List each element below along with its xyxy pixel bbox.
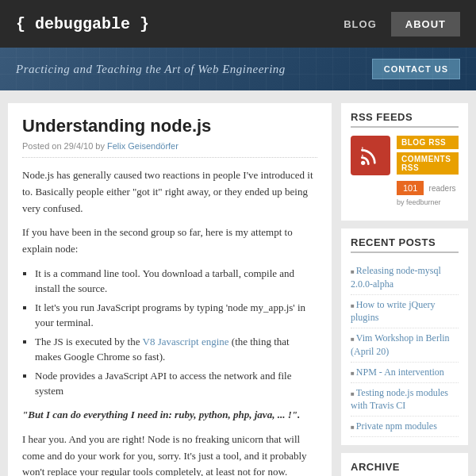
v8-link[interactable]: V8 Javascript engine <box>143 336 229 347</box>
rss-section: RSS Feeds BLOG RSS COMMENTS RSS 101 read… <box>341 103 468 221</box>
article-body: Node.js has generally caused two reactio… <box>22 167 317 476</box>
reader-count: 101 <box>397 181 424 195</box>
recent-post-link[interactable]: How to write jQuery plugins <box>351 299 436 324</box>
svg-point-0 <box>361 161 365 165</box>
list-item: How to write jQuery plugins <box>351 295 459 329</box>
quote1: "But I can do everything I need in: ruby… <box>22 407 317 424</box>
rss-title: RSS Feeds <box>351 111 459 128</box>
article-date: Posted on 29/4/10 by <box>22 141 105 151</box>
list-item: Private npm modules <box>351 416 459 437</box>
archive-section: Archive 443 Posts, 4608 Comments We are … <box>341 453 468 476</box>
recent-posts-title: Recent Posts <box>351 236 459 253</box>
list-item: Releasing node-mysql 2.0.0-alpha <box>351 261 459 295</box>
recent-post-link[interactable]: Releasing node-mysql 2.0.0-alpha <box>351 265 441 290</box>
nav-blog[interactable]: BLOG <box>329 12 391 36</box>
archive-title: Archive <box>351 461 459 476</box>
quote1-response: I hear you. And you are right! Node is n… <box>22 432 317 476</box>
sidebar: RSS Feeds BLOG RSS COMMENTS RSS 101 read… <box>341 103 468 476</box>
nav: BLOG ABOUT <box>329 12 460 36</box>
rss-links: BLOG RSS COMMENTS RSS 101 readers by fee… <box>397 136 459 206</box>
reader-label: readers <box>429 184 456 193</box>
blog-rss-link[interactable]: BLOG RSS <box>397 136 459 149</box>
feedburner-label: by feedburner <box>397 198 459 206</box>
comments-rss-link[interactable]: COMMENTS RSS <box>397 152 459 175</box>
list-item: Testing node.js modules with Travis CI <box>351 383 459 417</box>
banner: Practicing and Teaching the Art of Web E… <box>0 48 476 90</box>
article-author[interactable]: Felix Geisendörfer <box>107 141 178 151</box>
intro-paragraph: Node.js has generally caused two reactio… <box>22 167 317 217</box>
header: { debuggable } BLOG ABOUT <box>0 0 476 48</box>
nav-about[interactable]: ABOUT <box>391 12 460 36</box>
recent-post-link[interactable]: Private npm modules <box>356 420 437 432</box>
list-item: Node provides a JavaScript API to access… <box>35 368 317 399</box>
rss-area: BLOG RSS COMMENTS RSS 101 readers by fee… <box>351 136 459 206</box>
list-item: It is a command line tool. You download … <box>35 266 317 297</box>
rss-icon <box>351 136 390 175</box>
bullet-list: It is a command line tool. You download … <box>35 266 317 399</box>
content-area: Understanding node.js Posted on 29/4/10 … <box>8 103 332 476</box>
list-item: Vim Workshop in Berlin (April 20) <box>351 328 459 363</box>
main-wrapper: Understanding node.js Posted on 29/4/10 … <box>0 90 476 476</box>
list-item: It let's you run JavaScript programs by … <box>35 300 317 331</box>
contact-button[interactable]: CONTACT US <box>372 59 460 79</box>
list-item: NPM - An intervention <box>351 363 459 383</box>
article-meta: Posted on 29/4/10 by Felix Geisendörfer <box>22 141 317 158</box>
banner-tagline: Practicing and Teaching the Art of Web E… <box>16 63 286 76</box>
second-paragraph: If you have been in the second group so … <box>22 225 317 258</box>
logo[interactable]: { debuggable } <box>16 15 149 33</box>
recent-posts-list: Releasing node-mysql 2.0.0-alpha How to … <box>351 261 459 437</box>
recent-posts-section: Recent Posts Releasing node-mysql 2.0.0-… <box>341 228 468 445</box>
article-title: Understanding node.js <box>22 116 317 136</box>
recent-post-link[interactable]: Vim Workshop in Berlin (April 20) <box>351 332 450 357</box>
recent-post-link[interactable]: Testing node.js modules with Travis CI <box>351 387 448 412</box>
recent-post-link[interactable]: NPM - An intervention <box>356 367 444 378</box>
list-item: The JS is executed by the V8 Javascript … <box>35 334 317 365</box>
